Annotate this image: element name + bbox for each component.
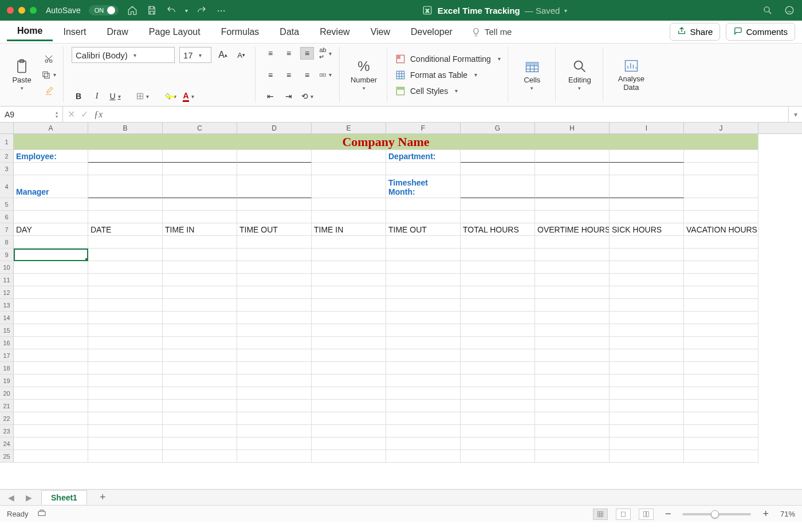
cell-F2[interactable]: Department:	[386, 150, 461, 163]
cell-C6[interactable]	[163, 211, 237, 223]
cell-H16[interactable]	[535, 337, 610, 349]
name-box-stepper[interactable]: ▴▾	[56, 111, 58, 119]
cell-H11[interactable]	[535, 274, 610, 286]
cells-button[interactable]: Cells ▾	[516, 54, 548, 96]
cell-I7[interactable]: SICK HOURS	[610, 223, 684, 236]
add-sheet-button[interactable]: +	[94, 491, 112, 503]
tab-formulas[interactable]: Formulas	[211, 23, 270, 41]
cell-H8[interactable]	[535, 236, 610, 249]
cell-E3[interactable]	[312, 163, 386, 175]
name-box[interactable]: A9 ▴▾	[0, 107, 63, 122]
col-header-j[interactable]: J	[684, 123, 758, 133]
row-header-4[interactable]: 4	[0, 175, 14, 198]
cell-I8[interactable]	[610, 236, 684, 249]
cell-C11[interactable]	[163, 274, 237, 286]
zoom-out-button[interactable]: −	[662, 508, 675, 520]
increase-indent-button[interactable]: ⇥	[282, 90, 296, 103]
shrink-font-button[interactable]: A▾	[234, 49, 248, 61]
cell-A22[interactable]	[14, 412, 88, 425]
cell-D17[interactable]	[237, 349, 312, 362]
cell-E21[interactable]	[312, 400, 386, 412]
cell-B25[interactable]	[88, 450, 163, 463]
view-page-layout-button[interactable]	[616, 509, 631, 520]
cell-I25[interactable]	[610, 450, 684, 463]
cell-G17[interactable]	[461, 349, 535, 362]
cell-J25[interactable]	[684, 450, 758, 463]
cell-I5[interactable]	[610, 198, 684, 211]
merge-button[interactable]	[319, 69, 332, 81]
format-as-table-button[interactable]: Format as Table	[395, 69, 501, 81]
cell-D13[interactable]	[237, 299, 312, 312]
cell-J7[interactable]: VACATION HOURS	[684, 223, 758, 236]
col-header-g[interactable]: G	[461, 123, 535, 133]
cell-D12[interactable]	[237, 286, 312, 299]
row-header-19[interactable]: 19	[0, 375, 14, 387]
cell-G7[interactable]: TOTAL HOURS	[461, 223, 535, 236]
cell-B2[interactable]	[88, 150, 163, 163]
cell-F10[interactable]	[386, 261, 461, 274]
row-header-3[interactable]: 3	[0, 163, 14, 175]
row-header-17[interactable]: 17	[0, 349, 14, 362]
cell-J22[interactable]	[684, 412, 758, 425]
cell-G10[interactable]	[461, 261, 535, 274]
row-header-16[interactable]: 16	[0, 337, 14, 349]
cell-I11[interactable]	[610, 274, 684, 286]
cell-C10[interactable]	[163, 261, 237, 274]
cell-C14[interactable]	[163, 312, 237, 324]
cell-G15[interactable]	[461, 324, 535, 337]
cell-F18[interactable]	[386, 362, 461, 375]
cell-G5[interactable]	[461, 198, 535, 211]
fx-icon[interactable]: ƒx	[94, 109, 103, 120]
cell-A14[interactable]	[14, 312, 88, 324]
cell-B12[interactable]	[88, 286, 163, 299]
cell-I23[interactable]	[610, 425, 684, 438]
cell-I13[interactable]	[610, 299, 684, 312]
cell-J24[interactable]	[684, 438, 758, 450]
cell-J19[interactable]	[684, 375, 758, 387]
row-header-25[interactable]: 25	[0, 450, 14, 463]
tab-view[interactable]: View	[360, 23, 400, 41]
cell-G21[interactable]	[461, 400, 535, 412]
cell-G13[interactable]	[461, 299, 535, 312]
cell-D20[interactable]	[237, 387, 312, 400]
tab-page-layout[interactable]: Page Layout	[139, 23, 211, 41]
cell-G6[interactable]	[461, 211, 535, 223]
cell-G4[interactable]	[461, 175, 535, 198]
more-icon[interactable]: ···	[215, 5, 227, 16]
cell-D10[interactable]	[237, 261, 312, 274]
home-icon[interactable]	[127, 5, 138, 16]
cell-B16[interactable]	[88, 337, 163, 349]
cell-I18[interactable]	[610, 362, 684, 375]
cell-H19[interactable]	[535, 375, 610, 387]
cell-C2[interactable]	[163, 150, 237, 163]
cell-A2[interactable]: Employee:	[14, 150, 88, 163]
select-all-corner[interactable]	[0, 123, 14, 133]
window-minimize-button[interactable]	[18, 7, 25, 14]
cell-F14[interactable]	[386, 312, 461, 324]
cell-B23[interactable]	[88, 425, 163, 438]
cell-A8[interactable]	[14, 236, 88, 249]
cell-A15[interactable]	[14, 324, 88, 337]
cell-C19[interactable]	[163, 375, 237, 387]
cell-C17[interactable]	[163, 349, 237, 362]
cell-C20[interactable]	[163, 387, 237, 400]
italic-button[interactable]: I	[90, 90, 104, 103]
cell-H24[interactable]	[535, 438, 610, 450]
cell-J13[interactable]	[684, 299, 758, 312]
row-header-21[interactable]: 21	[0, 400, 14, 412]
row-header-10[interactable]: 10	[0, 261, 14, 274]
window-zoom-button[interactable]	[30, 7, 37, 14]
format-painter-button[interactable]	[41, 85, 56, 97]
row-header-7[interactable]: 7	[0, 223, 14, 236]
row-header-22[interactable]: 22	[0, 412, 14, 425]
cell-B14[interactable]	[88, 312, 163, 324]
view-page-break-button[interactable]	[639, 509, 654, 520]
tab-home[interactable]: Home	[7, 22, 53, 41]
col-header-e[interactable]: E	[312, 123, 386, 133]
cell-A24[interactable]	[14, 438, 88, 450]
cell-I14[interactable]	[610, 312, 684, 324]
cell-C3[interactable]	[163, 163, 237, 175]
cell-A20[interactable]	[14, 387, 88, 400]
cell-H17[interactable]	[535, 349, 610, 362]
row-header-2[interactable]: 2	[0, 150, 14, 163]
